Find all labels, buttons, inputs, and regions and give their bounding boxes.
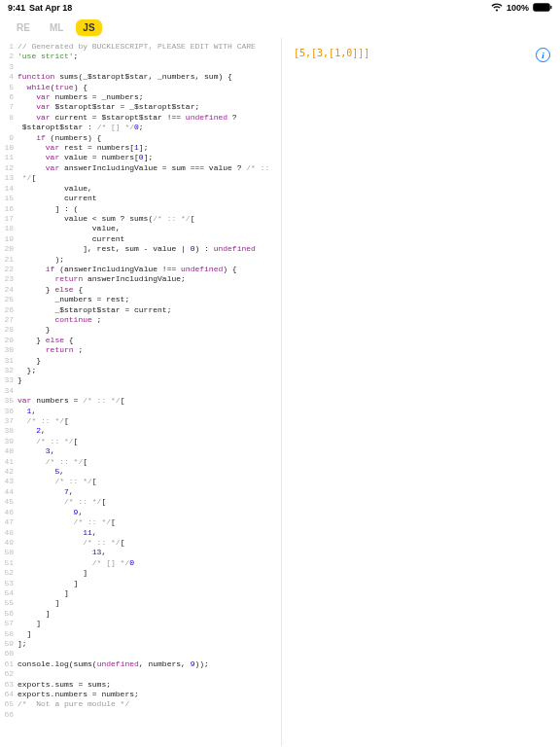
line-number: 26 xyxy=(0,305,18,315)
code-line[interactable]: 57 ] xyxy=(0,619,281,628)
code-line[interactable]: 36 1, xyxy=(0,407,281,416)
code-line[interactable]: 62 xyxy=(0,669,281,679)
code-line[interactable]: 46 9, xyxy=(0,508,281,517)
code-line[interactable]: 2'use strict'; xyxy=(0,52,281,61)
info-icon[interactable]: i xyxy=(536,48,550,62)
code-line[interactable]: 61console.log(sums(undefined, numbers, 9… xyxy=(0,659,281,669)
line-number: 46 xyxy=(0,508,18,517)
line-content: exports.numbers = numbers; xyxy=(18,690,281,699)
code-line[interactable]: 38 2, xyxy=(0,426,281,436)
code-line[interactable]: 42 5, xyxy=(0,467,281,477)
code-line[interactable]: 29 } else { xyxy=(0,336,281,345)
tab-ml[interactable]: ML xyxy=(43,19,70,36)
code-line[interactable]: 15 current xyxy=(0,194,281,203)
tab-js[interactable]: JS xyxy=(76,19,101,36)
line-content: continue ; xyxy=(18,315,281,325)
code-line[interactable]: 24 } else { xyxy=(0,285,281,295)
line-number: 21 xyxy=(0,255,18,265)
code-line[interactable]: 30 return ; xyxy=(0,345,281,355)
code-line[interactable]: 45 /* :: */[ xyxy=(0,497,281,507)
code-line[interactable]: 11 var value = numbers[0]; xyxy=(0,153,281,162)
code-line[interactable]: 44 7, xyxy=(0,487,281,497)
status-date: Sat Apr 18 xyxy=(29,3,72,13)
line-number: 41 xyxy=(0,457,18,467)
code-line[interactable]: 8 var current = $staropt$star !== undefi… xyxy=(0,113,281,123)
line-number: 8 xyxy=(0,113,18,123)
code-line[interactable]: 64exports.numbers = numbers; xyxy=(0,690,281,699)
code-line[interactable]: 22 if (answerIncludingValue !== undefine… xyxy=(0,265,281,274)
line-number: 65 xyxy=(0,699,18,709)
line-content: var numbers = /* :: */[ xyxy=(18,396,281,406)
line-number: 32 xyxy=(0,366,18,375)
line-number: 17 xyxy=(0,214,18,224)
code-line[interactable]: 7 var $staropt$star = _$staropt$star; xyxy=(0,102,281,112)
code-line[interactable]: 13 */[ xyxy=(0,173,281,183)
svg-rect-1 xyxy=(550,5,551,8)
code-line[interactable]: 3 xyxy=(0,62,281,72)
code-line[interactable]: 19 current xyxy=(0,234,281,244)
code-line[interactable]: 28 } xyxy=(0,325,281,335)
code-editor-pane[interactable]: 1// Generated by BUCKLESCRIPT, PLEASE ED… xyxy=(0,38,282,746)
code-line[interactable]: 17 value < sum ? sums(/* :: */[ xyxy=(0,214,281,224)
code-line[interactable]: 48 11, xyxy=(0,528,281,538)
code-line[interactable]: 5 while(true) { xyxy=(0,83,281,92)
code-line[interactable]: 49 /* :: */[ xyxy=(0,538,281,548)
code-line[interactable]: 40 3, xyxy=(0,446,281,456)
code-line[interactable]: 21 ); xyxy=(0,255,281,265)
code-line[interactable]: 51 /* [] */0 xyxy=(0,558,281,568)
code-line[interactable]: 34 xyxy=(0,386,281,396)
code-line[interactable]: 39 /* :: */[ xyxy=(0,437,281,446)
code-line[interactable]: 16 ] : ( xyxy=(0,204,281,214)
code-line[interactable]: 35var numbers = /* :: */[ xyxy=(0,396,281,406)
code-line[interactable]: 31 } xyxy=(0,356,281,366)
line-number: 40 xyxy=(0,446,18,456)
code-line[interactable]: 53 ] xyxy=(0,579,281,588)
code-line[interactable]: 56 ] xyxy=(0,609,281,619)
code-line[interactable]: 60 xyxy=(0,649,281,658)
code-line[interactable]: 37 /* :: */[ xyxy=(0,416,281,426)
line-number: 13 xyxy=(0,173,18,183)
line-number: 53 xyxy=(0,579,18,588)
code-line[interactable]: 41 /* :: */[ xyxy=(0,457,281,467)
code-line[interactable]: 63exports.sums = sums; xyxy=(0,680,281,690)
line-content: ); xyxy=(18,255,281,265)
line-number: 9 xyxy=(0,133,18,143)
code-line[interactable]: 33} xyxy=(0,375,281,385)
tab-re[interactable]: RE xyxy=(10,19,37,36)
code-line[interactable]: 9 if (numbers) { xyxy=(0,133,281,143)
code-line[interactable]: 65/* Not a pure module */ xyxy=(0,699,281,709)
code-line[interactable]: 43 /* :: */[ xyxy=(0,477,281,486)
code-line[interactable]: 27 continue ; xyxy=(0,315,281,325)
code-line[interactable]: 1// Generated by BUCKLESCRIPT, PLEASE ED… xyxy=(0,42,281,52)
code-line[interactable]: $staropt$star : /* [] */0; xyxy=(0,123,281,132)
code-line[interactable]: 58 ] xyxy=(0,629,281,639)
line-number: 56 xyxy=(0,609,18,619)
code-line[interactable]: 4function sums(_$staropt$star, _numbers,… xyxy=(0,72,281,82)
code-line[interactable]: 32 }; xyxy=(0,366,281,375)
code-line[interactable]: 54 ] xyxy=(0,588,281,598)
code-line[interactable]: 52 ] xyxy=(0,568,281,578)
code-line[interactable]: 6 var numbers = _numbers; xyxy=(0,92,281,102)
code-line[interactable]: 18 value, xyxy=(0,224,281,233)
code-line[interactable]: 14 value, xyxy=(0,184,281,194)
line-content: /* :: */[ xyxy=(18,416,281,426)
code-line[interactable]: 26 _$staropt$star = current; xyxy=(0,305,281,315)
code-line[interactable]: 55 ] xyxy=(0,598,281,608)
line-content: ] xyxy=(18,588,281,598)
line-number: 62 xyxy=(0,669,18,679)
code-line[interactable]: 12 var answerIncludingValue = sum === va… xyxy=(0,163,281,173)
code-line[interactable]: 20 ], rest, sum - value | 0) : undefined xyxy=(0,244,281,254)
code-line[interactable]: 10 var rest = numbers[1]; xyxy=(0,143,281,153)
code-line[interactable]: 50 13, xyxy=(0,548,281,557)
code-line[interactable]: 59]; xyxy=(0,639,281,649)
line-content: /* :: */[ xyxy=(18,437,281,446)
code-line[interactable]: 25 _numbers = rest; xyxy=(0,295,281,304)
line-content: exports.sums = sums; xyxy=(18,680,281,690)
line-content xyxy=(18,669,281,679)
code-line[interactable]: 66 xyxy=(0,710,281,720)
code-line[interactable]: 23 return answerIncludingValue; xyxy=(0,274,281,284)
line-content: var value = numbers[0]; xyxy=(18,153,281,162)
line-number: 66 xyxy=(0,710,18,720)
code-line[interactable]: 47 /* :: */[ xyxy=(0,517,281,527)
line-content: } else { xyxy=(18,285,281,295)
